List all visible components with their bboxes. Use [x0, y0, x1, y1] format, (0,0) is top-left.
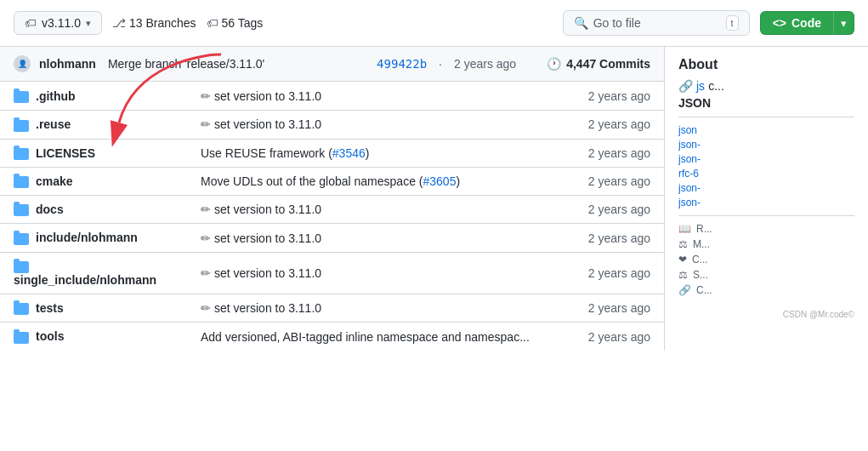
sidebar-link-item[interactable]: json- [678, 182, 854, 194]
folder-icon [14, 261, 29, 273]
stat-icon: ❤ [678, 254, 687, 265]
table-row: .reuse✏set version to 3.11.02 years ago [0, 111, 664, 139]
file-link[interactable]: docs [36, 203, 64, 216]
link-icon: 🔗 [678, 79, 693, 93]
file-link[interactable]: tests [36, 301, 64, 315]
sidebar-link-item[interactable]: json- [678, 197, 854, 208]
table-row: tests✏set version to 3.11.02 years ago [0, 294, 664, 323]
table-row: LICENSESUse REUSE framework (#3546)2 yea… [0, 139, 664, 167]
file-table: .github✏set version to 3.11.02 years ago… [0, 82, 664, 351]
commit-time: 2 years ago [454, 57, 516, 71]
branch-selector[interactable]: 🏷 v3.11.0 ▾ [14, 11, 102, 35]
stat-icon: ⚖ [678, 269, 688, 281]
file-time: 2 years ago [553, 139, 664, 167]
commit-message-link[interactable]: Move UDLs out of the global namespace ( [201, 174, 423, 188]
file-time: 2 years ago [553, 196, 664, 224]
table-row: cmakeMove UDLs out of the global namespa… [0, 167, 664, 195]
stat-label: R... [696, 223, 712, 235]
go-to-kbd: t [726, 15, 739, 31]
sidebar-stat-item: ⚖M... [678, 238, 854, 250]
stat-label: C... [696, 284, 712, 296]
commit-dot: · [439, 57, 442, 71]
sidebar-stat-item: 📖R... [678, 223, 854, 235]
folder-icon [14, 176, 29, 188]
commit-message-link[interactable]: set version to 3.11.0 [214, 231, 321, 245]
chevron-down-icon: ▾ [841, 17, 847, 30]
stat-icon: ⚖ [678, 238, 688, 250]
issue-link[interactable]: #3605 [423, 174, 456, 188]
about-divider2 [678, 215, 854, 216]
sidebar-link-item[interactable]: json- [678, 153, 854, 165]
table-row: single_include/nlohmann✏set version to 3… [0, 252, 664, 294]
tag-icon: 🏷 [25, 16, 37, 30]
pen-icon: ✏ [201, 203, 211, 216]
sidebar-stat-item: ⚖S... [678, 269, 854, 281]
folder-icon [14, 120, 29, 132]
code-button[interactable]: <> <> Code Code [760, 11, 834, 35]
commit-message-text: Add versioned, ABI-tagged inline namespa… [201, 330, 530, 344]
about-divider [678, 117, 854, 117]
dropdown-arrow-icon: ▾ [86, 18, 91, 29]
pen-icon: ✏ [201, 89, 211, 103]
pen-icon: ✏ [201, 231, 211, 245]
sidebar-links-list: jsonjson-json-rfc-6json-json- [678, 124, 854, 208]
file-link[interactable]: .github [36, 89, 76, 103]
sidebar-link-item[interactable]: json- [678, 139, 854, 151]
commits-count-link[interactable]: 🕐 4,447 Commits [547, 57, 650, 71]
tag2-icon: 🏷 [207, 16, 218, 30]
file-time: 2 years ago [553, 83, 664, 111]
about-sidebar: About 🔗 js c... JSON jsonjson-json-rfc-6… [664, 47, 868, 351]
about-sub-json: JSON [678, 96, 854, 110]
sidebar-link-item[interactable]: rfc-6 [678, 168, 854, 180]
file-link[interactable]: LICENSES [36, 146, 95, 160]
watermark: CSDN @Mr.code© [678, 310, 854, 319]
pen-icon: ✏ [201, 266, 211, 280]
go-to-file-button[interactable]: 🔍 Go to file t [563, 10, 750, 36]
tags-link[interactable]: 🏷 56 Tags [207, 16, 264, 30]
branches-link[interactable]: ⎇ 13 Branches [112, 16, 196, 30]
commit-hash[interactable]: 499422b [377, 57, 427, 71]
commit-message-link[interactable]: set version to 3.11.0 [214, 266, 321, 280]
code-icon: <> [773, 16, 786, 30]
file-time: 2 years ago [553, 111, 664, 139]
issue-link[interactable]: #3546 [332, 146, 366, 160]
sidebar-stats-list: 📖R...⚖M...❤C...⚖S...🔗C... [678, 223, 854, 296]
search-icon: 🔍 [574, 16, 588, 30]
folder-icon [14, 91, 29, 103]
folder-icon [14, 204, 29, 216]
commit-row: 👤 nlohmann Merge branch 'release/3.11.0'… [0, 47, 664, 82]
stat-label: S... [693, 269, 708, 281]
commit-author[interactable]: nlohmann [39, 57, 96, 71]
commit-message-link[interactable]: set version to 3.11.0 [214, 117, 321, 131]
history-icon: 🕐 [547, 57, 561, 71]
branch-icon: ⎇ [112, 16, 126, 30]
sidebar-stat-item: ❤C... [678, 254, 854, 265]
sidebar-stat-item: 🔗C... [678, 284, 854, 296]
commit-message-link[interactable]: set version to 3.11.0 [214, 301, 321, 315]
file-time: 2 years ago [553, 224, 664, 252]
pen-icon: ✏ [201, 301, 211, 315]
about-json-link[interactable]: 🔗 js c... [678, 79, 854, 93]
file-link[interactable]: include/nlohmann [36, 231, 138, 244]
branch-label: v3.11.0 [42, 16, 81, 30]
file-time: 2 years ago [553, 252, 664, 294]
file-link[interactable]: single_include/nlohmann [14, 273, 156, 287]
folder-icon [14, 233, 29, 245]
folder-icon [14, 332, 29, 344]
file-link[interactable]: .reuse [36, 117, 71, 131]
about-title: About [678, 57, 854, 72]
stat-icon: 📖 [678, 223, 691, 235]
stat-label: C... [692, 254, 708, 265]
pen-icon: ✏ [201, 117, 211, 131]
file-link[interactable]: cmake [36, 174, 73, 188]
stat-icon: 🔗 [678, 284, 691, 296]
code-dropdown-button[interactable]: ▾ [833, 11, 854, 35]
table-row: docs✏set version to 3.11.02 years ago [0, 196, 664, 224]
commit-message-link[interactable]: Use REUSE framework ( [201, 146, 332, 160]
file-link[interactable]: tools [36, 329, 64, 343]
sidebar-link-item[interactable]: json [678, 124, 854, 136]
stat-label: M... [693, 238, 710, 250]
commit-message-link[interactable]: set version to 3.11.0 [214, 89, 321, 103]
avatar: 👤 [14, 55, 31, 72]
commit-message-link[interactable]: set version to 3.11.0 [214, 203, 321, 216]
